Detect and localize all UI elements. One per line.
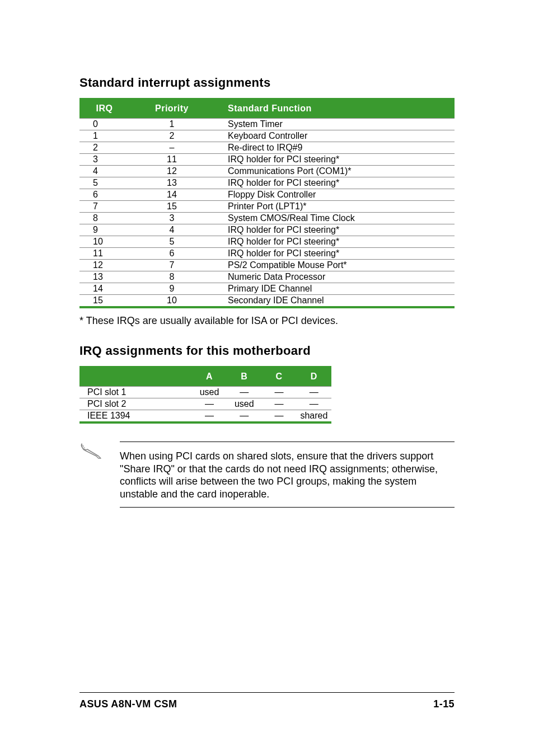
table-cell: 9: [79, 224, 121, 236]
table-row: 412Communications Port (COM1)*: [79, 166, 455, 177]
note-block: When using PCI cards on shared slots, en…: [79, 442, 455, 508]
table-cell: 12: [121, 166, 222, 177]
table-cell: —: [261, 398, 296, 410]
table-row: 116IRQ holder for PCI steering*: [79, 248, 455, 260]
table-cell: 10: [79, 236, 121, 248]
table-cell: 8: [121, 271, 222, 283]
table-row: 01System Timer: [79, 119, 455, 130]
table-cell: —: [297, 387, 331, 398]
table-cell: 2: [79, 142, 121, 154]
t1-header-priority: Priority: [121, 99, 222, 119]
table-row: 12Keyboard Controller: [79, 130, 455, 142]
table-cell: 11: [79, 248, 121, 260]
footer-product: ASUS A8N-VM CSM: [79, 698, 177, 710]
t2-header-blank: [79, 367, 192, 387]
table-cell: 7: [121, 260, 222, 271]
table-cell: used: [192, 387, 227, 398]
table-cell: —: [297, 398, 331, 410]
table-cell: Numeric Data Processor: [222, 271, 455, 283]
table-cell: Re-direct to IRQ#9: [222, 142, 455, 154]
table-cell: —: [261, 387, 296, 398]
table-row: IEEE 1394———shared: [79, 410, 331, 423]
table-cell: 6: [79, 189, 121, 201]
table-cell: —: [192, 398, 227, 410]
table-row: 614Floppy Disk Controller: [79, 189, 455, 201]
mb-irq-table: A B C D PCI slot 1used———PCI slot 2—used…: [79, 366, 331, 424]
table-row: 127PS/2 Compatible Mouse Port*: [79, 260, 455, 271]
table-cell: IRQ holder for PCI steering*: [222, 236, 455, 248]
table-cell: 1: [79, 130, 121, 142]
table-cell: 6: [121, 248, 222, 260]
table-cell: 14: [79, 283, 121, 295]
table-cell: IRQ holder for PCI steering*: [222, 248, 455, 260]
t2-header-d: D: [297, 367, 331, 387]
table-cell: 2: [121, 130, 222, 142]
note-text: When using PCI cards on shared slots, en…: [120, 450, 438, 500]
table-cell: Printer Port (LPT1)*: [222, 201, 455, 213]
table-cell: PCI slot 1: [79, 387, 192, 398]
irq-table: IRQ Priority Standard Function 01System …: [79, 98, 455, 308]
table-cell: 14: [121, 189, 222, 201]
table-cell: —: [227, 387, 261, 398]
table-cell: IRQ holder for PCI steering*: [222, 154, 455, 166]
table-cell: –: [121, 142, 222, 154]
table-cell: 4: [79, 166, 121, 177]
table-cell: 5: [79, 177, 121, 189]
irq-footnote: * These IRQs are usually available for I…: [79, 315, 455, 327]
table-cell: IRQ holder for PCI steering*: [222, 177, 455, 189]
footer-page: 1-15: [433, 698, 455, 710]
table-cell: Keyboard Controller: [222, 130, 455, 142]
table-cell: 15: [79, 295, 121, 308]
section1-title: Standard interrupt assignments: [79, 76, 455, 90]
table-cell: Secondary IDE Channel: [222, 295, 455, 308]
table-row: PCI slot 2—used——: [79, 398, 331, 410]
table-row: 138Numeric Data Processor: [79, 271, 455, 283]
t2-header-b: B: [227, 367, 261, 387]
table-row: 149Primary IDE Channel: [79, 283, 455, 295]
table-cell: System CMOS/Real Time Clock: [222, 213, 455, 224]
table-cell: 12: [79, 260, 121, 271]
table-cell: Communications Port (COM1)*: [222, 166, 455, 177]
table-cell: 0: [79, 119, 121, 130]
table-row: 311IRQ holder for PCI steering*: [79, 154, 455, 166]
table-row: PCI slot 1used———: [79, 387, 331, 398]
table-cell: Primary IDE Channel: [222, 283, 455, 295]
table-cell: Floppy Disk Controller: [222, 189, 455, 201]
table-cell: —: [261, 410, 296, 423]
table-cell: shared: [297, 410, 331, 423]
table-cell: 1: [121, 119, 222, 130]
table-cell: used: [227, 398, 261, 410]
table-row: 83System CMOS/Real Time Clock: [79, 213, 455, 224]
table-cell: —: [192, 410, 227, 423]
table-cell: PCI slot 2: [79, 398, 192, 410]
t1-header-irq: IRQ: [79, 99, 121, 119]
table-cell: 9: [121, 283, 222, 295]
t2-header-c: C: [261, 367, 296, 387]
table-cell: 4: [121, 224, 222, 236]
table-cell: 8: [79, 213, 121, 224]
table-row: 105IRQ holder for PCI steering*: [79, 236, 455, 248]
table-cell: IRQ holder for PCI steering*: [222, 224, 455, 236]
table-row: 513IRQ holder for PCI steering*: [79, 177, 455, 189]
t1-header-func: Standard Function: [222, 99, 455, 119]
table-cell: 13: [79, 271, 121, 283]
t2-header-a: A: [192, 367, 227, 387]
table-cell: 15: [121, 201, 222, 213]
table-cell: 10: [121, 295, 222, 308]
table-row: 94IRQ holder for PCI steering*: [79, 224, 455, 236]
note-pencil-icon: [79, 442, 103, 463]
table-cell: 7: [79, 201, 121, 213]
page-footer: ASUS A8N-VM CSM 1-15: [79, 692, 455, 710]
table-cell: 13: [121, 177, 222, 189]
table-cell: 11: [121, 154, 222, 166]
table-cell: 3: [79, 154, 121, 166]
table-cell: 3: [121, 213, 222, 224]
table-cell: PS/2 Compatible Mouse Port*: [222, 260, 455, 271]
table-cell: IEEE 1394: [79, 410, 192, 423]
table-row: 1510Secondary IDE Channel: [79, 295, 455, 308]
table-row: 2–Re-direct to IRQ#9: [79, 142, 455, 154]
table-row: 715Printer Port (LPT1)*: [79, 201, 455, 213]
section2-title: IRQ assignments for this motherboard: [79, 344, 455, 358]
table-cell: 5: [121, 236, 222, 248]
table-cell: —: [227, 410, 261, 423]
